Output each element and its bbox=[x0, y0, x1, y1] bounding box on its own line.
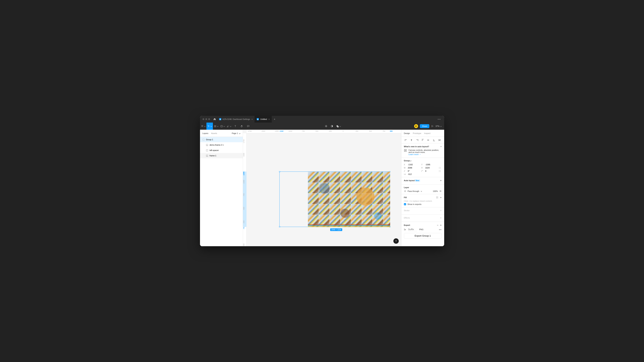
home-button[interactable] bbox=[212, 117, 217, 122]
chevron-down-icon bbox=[217, 125, 218, 127]
layers-tab[interactable]: Layers bbox=[202, 132, 208, 134]
share-button[interactable]: Share bbox=[420, 124, 429, 128]
chevron-down-icon bbox=[224, 125, 225, 127]
x-label: X bbox=[404, 164, 406, 166]
export-button[interactable]: Export Group 1 bbox=[404, 233, 442, 238]
assets-tab[interactable]: Assets bbox=[211, 132, 217, 134]
show-in-exports-checkbox[interactable] bbox=[404, 203, 406, 205]
tab-label: Untitled bbox=[260, 118, 267, 120]
boolean-icon[interactable] bbox=[336, 125, 341, 128]
h-input[interactable] bbox=[425, 167, 438, 169]
remove-export-icon[interactable]: − bbox=[437, 224, 438, 227]
hand-tool[interactable] bbox=[239, 123, 245, 130]
distribute-icon[interactable] bbox=[438, 139, 441, 141]
rotation-input[interactable] bbox=[408, 170, 420, 172]
hpadding-input[interactable] bbox=[408, 173, 420, 175]
align-left-icon[interactable] bbox=[405, 139, 407, 141]
whatsnew-body: Canvas controls, absolute position, and … bbox=[408, 149, 439, 153]
align-hcenter-icon[interactable] bbox=[410, 139, 413, 141]
page-selector[interactable]: Page 1 bbox=[232, 132, 240, 134]
whatsnew-title: What's new in auto layout? bbox=[404, 146, 429, 148]
chevron-down-icon bbox=[204, 125, 206, 127]
layer-section-title: Layer bbox=[404, 186, 409, 188]
align-bottom-icon[interactable] bbox=[433, 139, 435, 141]
traffic-lights bbox=[202, 118, 210, 120]
close-icon[interactable]: × bbox=[440, 146, 442, 148]
rotation-icon bbox=[404, 170, 406, 172]
layer-item[interactable]: demo-frame-2 1 bbox=[200, 142, 243, 148]
file-tabs: ◆ KZN-5246: Dashboard Settings × ◆ Untit… bbox=[217, 116, 278, 123]
layer-name: frame-1 bbox=[210, 155, 216, 157]
pen-tool[interactable] bbox=[226, 123, 232, 130]
maximize-window[interactable] bbox=[208, 118, 210, 120]
design-tab[interactable]: Design bbox=[404, 132, 410, 134]
y-input[interactable] bbox=[425, 164, 438, 166]
file-tab-1[interactable]: ◆ KZN-5246: Dashboard Settings × bbox=[217, 116, 255, 123]
shape-tool[interactable] bbox=[219, 123, 226, 130]
chevron-down-icon bbox=[239, 132, 240, 134]
mask-icon[interactable] bbox=[330, 125, 333, 128]
layer-item[interactable]: left-spacer bbox=[200, 148, 243, 153]
opacity-input[interactable]: 100% bbox=[433, 190, 438, 192]
blend-mode[interactable]: Pass through bbox=[408, 190, 419, 192]
file-tab-2[interactable]: ◆ Untitled × bbox=[255, 116, 272, 123]
radius-input[interactable] bbox=[425, 170, 438, 172]
svg-point-10 bbox=[436, 197, 437, 197]
add-autolayout-icon[interactable]: + bbox=[440, 179, 442, 182]
export-format[interactable]: PNG bbox=[419, 228, 424, 231]
close-window[interactable] bbox=[202, 118, 204, 120]
export-suffix-input[interactable] bbox=[408, 228, 417, 231]
svg-rect-3 bbox=[338, 126, 339, 127]
x-input[interactable] bbox=[408, 164, 420, 166]
canvas-image[interactable] bbox=[308, 172, 390, 227]
move-tool[interactable] bbox=[206, 123, 213, 130]
help-button[interactable]: ? bbox=[394, 238, 399, 244]
menu-button[interactable] bbox=[200, 123, 206, 130]
text-tool[interactable] bbox=[232, 123, 239, 130]
learn-more-link[interactable]: Learn more → bbox=[408, 153, 421, 156]
add-export-icon[interactable]: + bbox=[440, 224, 442, 227]
new-tab-button[interactable]: + bbox=[272, 118, 278, 121]
resize-handle[interactable] bbox=[279, 171, 280, 172]
minimize-window[interactable] bbox=[205, 118, 207, 120]
selection-box[interactable] bbox=[280, 172, 390, 227]
fill-styles-icon[interactable] bbox=[436, 196, 438, 198]
svg-rect-8 bbox=[404, 149, 406, 152]
right-panel: Design Prototype Inspect What's new in a… bbox=[401, 130, 444, 246]
w-input[interactable] bbox=[408, 167, 420, 169]
align-vcenter-icon[interactable] bbox=[427, 139, 430, 141]
close-tab-icon[interactable]: × bbox=[268, 118, 270, 121]
independent-corners-icon[interactable] bbox=[439, 170, 441, 172]
frame-tool[interactable] bbox=[213, 123, 219, 130]
link-wh-icon[interactable] bbox=[439, 167, 441, 169]
canvas[interactable]: -1750 -1500 -1250 -1162 -1000 -750 -500 … bbox=[243, 130, 401, 246]
resize-handle[interactable] bbox=[279, 226, 280, 227]
image-icon bbox=[206, 144, 208, 146]
figma-file-icon: ◆ bbox=[219, 118, 221, 120]
more-menu-icon[interactable]: ••• bbox=[436, 118, 443, 120]
comment-tool[interactable] bbox=[245, 123, 252, 130]
add-stroke-icon[interactable]: + bbox=[440, 209, 442, 212]
visibility-icon[interactable] bbox=[439, 190, 442, 192]
user-avatar[interactable]: K bbox=[414, 124, 418, 128]
align-top-icon[interactable] bbox=[422, 139, 424, 141]
component-icon[interactable] bbox=[325, 125, 328, 128]
inspect-tab[interactable]: Inspect bbox=[424, 132, 430, 134]
dimension-label: 2048 × 1024 bbox=[330, 228, 342, 231]
show-in-exports-label: Show in exports bbox=[408, 203, 422, 205]
add-effect-icon[interactable]: + bbox=[440, 216, 442, 219]
export-scale[interactable]: 1x bbox=[404, 228, 406, 231]
align-right-icon[interactable] bbox=[416, 139, 418, 141]
svg-point-11 bbox=[438, 197, 438, 197]
layer-item[interactable]: frame-1 bbox=[200, 153, 243, 158]
layer-group[interactable]: Group 1 bbox=[200, 137, 243, 142]
close-tab-icon[interactable]: × bbox=[251, 118, 253, 121]
h-label: H bbox=[421, 167, 424, 169]
export-more-icon[interactable]: ••• bbox=[439, 228, 442, 231]
prototype-tab[interactable]: Prototype bbox=[413, 132, 421, 134]
layer-name: Group 1 bbox=[206, 139, 213, 141]
add-fill-icon[interactable]: + bbox=[440, 196, 442, 199]
group-title[interactable]: Group bbox=[404, 160, 410, 162]
present-icon[interactable] bbox=[431, 125, 434, 127]
zoom-control[interactable]: 37% bbox=[436, 125, 442, 127]
